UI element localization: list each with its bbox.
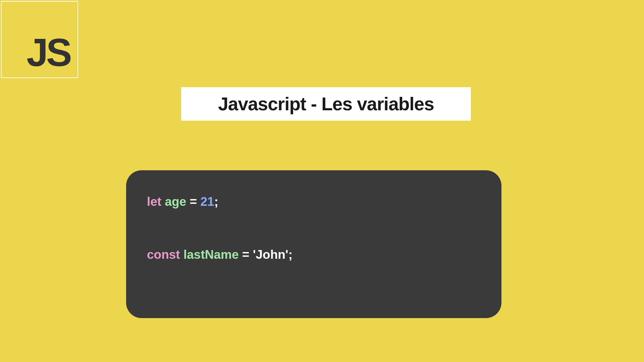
code-identifier: lastName — [183, 248, 242, 261]
js-logo-text: JS — [26, 33, 70, 72]
code-operator: = — [242, 248, 253, 261]
code-operator: = — [190, 195, 201, 208]
slide-title-box: Javascript - Les variables — [181, 87, 471, 121]
js-logo-box: JS — [1, 1, 78, 78]
code-line-2: const lastName = 'John'; — [147, 247, 481, 263]
slide-title: Javascript - Les variables — [218, 93, 434, 115]
code-string: 'John' — [253, 248, 288, 261]
code-keyword: let — [147, 195, 165, 208]
code-keyword: const — [147, 248, 183, 261]
code-punct: ; — [288, 248, 292, 261]
code-block: let age = 21; const lastName = 'John'; — [126, 170, 501, 318]
code-line-1: let age = 21; — [147, 194, 481, 210]
code-punct: ; — [214, 195, 218, 208]
code-number: 21 — [200, 195, 214, 208]
code-identifier: age — [165, 195, 190, 208]
